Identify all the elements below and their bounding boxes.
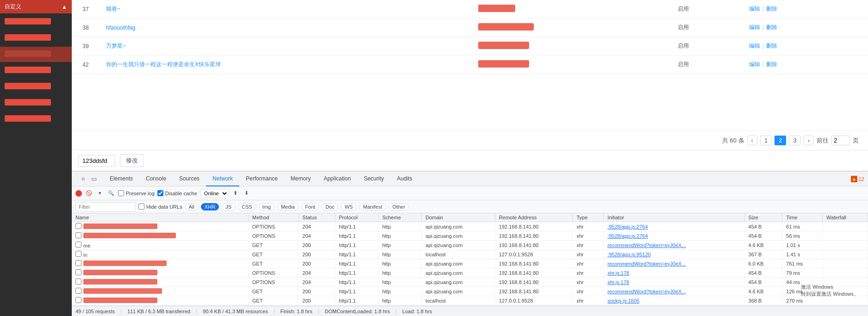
network-row[interactable]: inGET200http/1.1httplocalhost127.0.0.1:9… [72, 250, 868, 259]
edit-link-42[interactable]: 编辑 [749, 61, 760, 68]
import-icon[interactable]: ⬆ [231, 189, 240, 198]
network-row[interactable]: OPTIONS204http/1.1httpapi.qizuang.com192… [72, 222, 868, 231]
col-scheme[interactable]: Scheme [378, 213, 422, 222]
throttle-select[interactable]: Online [200, 189, 229, 198]
sidebar-item-3[interactable] [0, 47, 72, 62]
next-page-btn[interactable]: › [804, 136, 814, 145]
page-1-btn[interactable]: 1 [760, 136, 772, 145]
goto-input[interactable] [831, 136, 850, 145]
chip-css[interactable]: CSS [238, 203, 256, 211]
network-row[interactable]: OPTIONS204http/1.1httpapi.qizuang.com192… [72, 278, 868, 287]
page-3-btn[interactable]: 3 [789, 136, 800, 145]
hide-data-urls-checkbox[interactable] [138, 204, 144, 210]
col-type[interactable]: Type [573, 213, 604, 222]
sidebar-item-5[interactable] [0, 79, 72, 94]
chip-media[interactable]: Media [277, 203, 299, 211]
network-row-type: xhr [573, 268, 604, 278]
row-name-37[interactable]: 猫巷~ [100, 0, 472, 19]
network-row-size: 368 B [744, 296, 782, 305]
disable-cache-label[interactable]: Disable cache [157, 190, 197, 196]
col-time[interactable]: Time [782, 213, 823, 222]
col-name[interactable]: Name [72, 213, 248, 222]
col-size[interactable]: Size [744, 213, 782, 222]
tab-sources[interactable]: Sources [173, 172, 206, 186]
sidebar-item-6[interactable] [0, 95, 72, 111]
col-initiator[interactable]: Initiator [604, 213, 744, 222]
disable-cache-checkbox[interactable] [157, 190, 163, 196]
preserve-log-checkbox[interactable] [118, 190, 124, 196]
network-row-initiator[interactable]: sockjs.js:1605 [604, 296, 744, 305]
network-row-initiator[interactable]: xhr.js:178 [604, 268, 744, 278]
col-status[interactable]: Status [299, 213, 335, 222]
username-input[interactable] [78, 155, 115, 167]
network-row[interactable]: meGET200http/1.1httpapi.qizuang.com192.1… [72, 241, 868, 250]
chip-other[interactable]: Other [389, 203, 409, 211]
tab-elements[interactable]: Elements [103, 172, 139, 186]
network-row-initiator[interactable]: :9528/app.js:2764 [604, 222, 744, 231]
sidebar-item-7[interactable] [0, 112, 72, 127]
delete-link-42[interactable]: 删除 [766, 61, 777, 68]
preserve-log-label[interactable]: Preserve log [118, 190, 155, 196]
tab-console[interactable]: Console [139, 172, 173, 186]
network-row-initiator[interactable]: :9528/app.js:2764 [604, 231, 744, 241]
chip-manifest[interactable]: Manifest [359, 203, 386, 211]
hide-data-urls-label[interactable]: Hide data URLs [138, 204, 182, 210]
chip-xhr[interactable]: XHR [201, 203, 219, 211]
chip-all[interactable]: All [185, 203, 198, 211]
export-icon[interactable]: ⬇ [243, 189, 251, 198]
network-row-initiator[interactable]: recommendWord?token=eyJ0eX... [604, 259, 744, 268]
device-icon[interactable]: ▭ [89, 174, 99, 184]
col-method[interactable]: Method [248, 213, 299, 222]
network-row[interactable]: GET200http/1.1httpapi.qizuang.com192.168… [72, 287, 868, 296]
delete-link-39[interactable]: 删除 [766, 43, 777, 49]
edit-link-37[interactable]: 编辑 [749, 6, 760, 12]
chip-doc[interactable]: Doc [322, 203, 338, 211]
filter-icon[interactable]: ▾ [96, 189, 104, 198]
network-row-initiator[interactable]: xhr.js:178 [604, 278, 744, 287]
network-row[interactable]: GET200http/1.1httpapi.qizuang.com192.168… [72, 259, 868, 268]
col-waterfall[interactable]: Waterfall [822, 213, 868, 222]
clear-icon[interactable]: 🚫 [85, 189, 93, 198]
chip-font[interactable]: Font [301, 203, 319, 211]
network-row-initiator[interactable]: recommendWord?token=eyJ0eX... [604, 241, 744, 250]
col-domain[interactable]: Domain [422, 213, 495, 222]
delete-link-37[interactable]: 删除 [766, 6, 777, 12]
col-remote[interactable]: Remote Address [495, 213, 573, 222]
row-name-42[interactable]: 你的一生我只借一程这一程便是余生X快乐星球 [100, 56, 472, 74]
sidebar-top-icon: ▲ [62, 4, 67, 10]
col-protocol[interactable]: Protocol [335, 213, 379, 222]
tab-audits[interactable]: Audits [390, 172, 418, 186]
row-checkbox[interactable] [75, 251, 81, 257]
chip-js[interactable]: JS [222, 203, 235, 211]
tab-application[interactable]: Application [317, 172, 357, 186]
network-row-initiator[interactable]: :9528/app.js:95120 [604, 250, 744, 259]
sidebar-top-item[interactable]: 自定义 ▲ [0, 0, 72, 13]
network-row[interactable]: OPTIONS204http/1.1httpapi.qizuang.com192… [72, 231, 868, 241]
tab-performance[interactable]: Performance [239, 172, 284, 186]
filter-input[interactable] [75, 202, 136, 211]
row-checkbox[interactable] [75, 242, 81, 248]
network-row[interactable]: GET200http/1.1httplocalhost127.0.0.1:952… [72, 296, 868, 305]
page-2-btn[interactable]: 2 [774, 136, 786, 145]
tab-security[interactable]: Security [357, 172, 390, 186]
network-row-initiator[interactable]: recommendWord?token=eyJ0eX... [604, 287, 744, 296]
record-btn[interactable] [75, 190, 82, 197]
chip-ws[interactable]: WS [341, 203, 356, 211]
search-icon[interactable]: 🔍 [107, 189, 115, 198]
network-row[interactable]: OPTIONS204http/1.1httpapi.qizuang.com192… [72, 268, 868, 278]
modify-btn[interactable]: 修改 [120, 154, 144, 167]
sidebar-item-4[interactable] [0, 63, 72, 78]
sidebar-item-1[interactable] [0, 14, 72, 30]
tab-memory[interactable]: Memory [284, 172, 317, 186]
row-name-38[interactable]: hfaouothfag [100, 19, 472, 37]
delete-link-38[interactable]: 删除 [766, 24, 777, 31]
network-row-status: 204 [299, 278, 335, 287]
prev-page-btn[interactable]: ‹ [747, 136, 757, 145]
edit-link-39[interactable]: 编辑 [749, 43, 760, 49]
tab-network[interactable]: Network [206, 172, 239, 186]
sidebar-item-2[interactable] [0, 31, 72, 46]
chip-img[interactable]: Img [259, 203, 275, 211]
row-name-39[interactable]: 万梦星~ [100, 37, 472, 56]
edit-link-38[interactable]: 编辑 [749, 24, 760, 31]
inspect-icon[interactable]: ⌗ [78, 174, 87, 184]
